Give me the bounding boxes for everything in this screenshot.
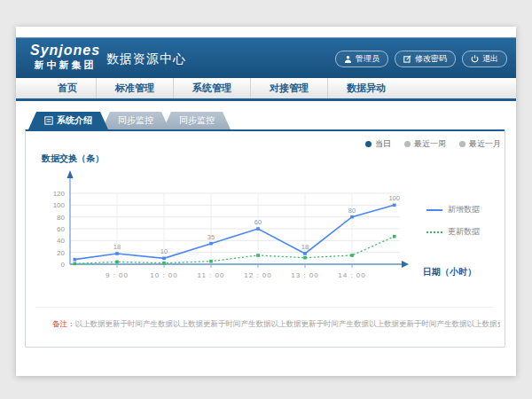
legend-line-sample: [426, 231, 442, 233]
y-axis-arrow: [67, 170, 74, 178]
data-point: [74, 262, 77, 266]
period-radio-2[interactable]: 最近一月: [459, 138, 501, 150]
data-point: [393, 235, 396, 239]
x-tick-label: 10 : 00: [150, 271, 177, 279]
radio-dot: [459, 141, 466, 147]
nav-item-0[interactable]: 首页: [39, 78, 97, 98]
data-point: [209, 260, 213, 263]
x-axis-arrow: [402, 261, 409, 268]
legend-line-sample: [426, 209, 442, 211]
brand-name: Synjones: [30, 43, 100, 59]
tab-0[interactable]: 系统介绍: [28, 112, 108, 129]
data-point: [350, 254, 354, 257]
data-point: [162, 262, 166, 265]
radio-label: 当日: [375, 138, 391, 150]
screen: Synjones 新中新集团 数据资源中心 管理员 修改密码: [0, 0, 532, 399]
tab-label: 同步监控: [179, 112, 215, 129]
data-point: [162, 257, 166, 261]
tab-1[interactable]: 同步监控: [102, 112, 169, 129]
logout-button[interactable]: 退出: [462, 51, 507, 67]
legend-label: 更新数据: [448, 226, 480, 238]
data-point: [256, 227, 260, 231]
y-tick-label: 20: [57, 249, 65, 257]
user-icon: [344, 55, 352, 63]
y-tick-label: 80: [57, 214, 65, 222]
power-icon: [471, 55, 479, 63]
data-point: [303, 256, 307, 260]
radio-dot: [365, 141, 372, 147]
period-radio-1[interactable]: 最近一周: [404, 138, 446, 150]
x-tick-label: 12 : 00: [244, 271, 271, 279]
data-point: [115, 252, 119, 255]
note-text: 以上数据更新于时间产生数据以上数据更新于时间产生数据以上数据更新于时间产生数据以…: [75, 319, 501, 328]
legend-item-0[interactable]: 新增数据: [426, 204, 480, 215]
nav-item-2[interactable]: 系统管理: [174, 78, 251, 98]
logout-label: 退出: [482, 53, 498, 65]
series-line-0: [74, 205, 394, 259]
data-point-label: 35: [207, 233, 215, 241]
tab-label: 同步监控: [118, 112, 153, 129]
radio-label: 最近一月: [469, 138, 501, 150]
note-prefix: 备注：: [52, 319, 75, 328]
user-button-label: 管理员: [356, 53, 379, 65]
x-tick-label: 13 : 00: [291, 271, 318, 279]
tab-2[interactable]: 同步监控: [163, 112, 231, 129]
data-point-label: 10: [160, 247, 168, 255]
series-legend: 新增数据更新数据: [426, 204, 480, 248]
data-point-label: 100: [388, 194, 400, 202]
document-icon: [44, 116, 53, 125]
data-point: [115, 261, 119, 264]
app-header: Synjones 新中新集团 数据资源中心 管理员 修改密码: [16, 37, 516, 78]
x-axis-title: 日期（小时）: [423, 266, 476, 278]
header-buttons: 管理员 修改密码 退出: [335, 51, 507, 67]
nav-item-1[interactable]: 标准管理: [97, 78, 174, 98]
x-tick-label: 14 : 00: [338, 271, 365, 279]
legend-item-1[interactable]: 更新数据: [426, 226, 480, 238]
data-point: [303, 252, 307, 255]
x-tick-label: 9 : 00: [106, 271, 129, 279]
y-tick-label: 100: [53, 201, 66, 209]
footer-note: 备注：以上数据更新于时间产生数据以上数据更新于时间产生数据以上数据更新于时间产生…: [52, 319, 500, 330]
y-axis-title: 数据交换（条）: [42, 153, 104, 165]
radio-dot: [404, 141, 411, 147]
change-password-label: 修改密码: [415, 53, 447, 65]
y-tick-label: 0: [61, 261, 66, 269]
tab-label: 系统介绍: [57, 112, 92, 129]
page: Synjones 新中新集团 数据资源中心 管理员 修改密码: [16, 27, 516, 376]
content-panel: 当日最近一周最近一月 数据交换（条） 0204060801001209 : 00…: [25, 129, 505, 348]
data-point: [350, 215, 354, 219]
tab-bar: 系统介绍同步监控同步监控: [28, 112, 231, 129]
period-radio-0[interactable]: 当日: [365, 138, 391, 150]
x-tick-label: 11 : 00: [198, 271, 225, 279]
brand-logo: Synjones 新中新集团: [30, 43, 100, 71]
data-point-label: 60: [254, 218, 262, 226]
y-tick-label: 120: [53, 190, 66, 198]
main-nav: 首页标准管理系统管理对接管理数据异动: [16, 78, 516, 101]
period-filter-group: 当日最近一周最近一月: [365, 138, 501, 150]
page-title: 数据资源中心: [106, 51, 186, 67]
y-tick-label: 40: [57, 237, 65, 245]
nav-item-4[interactable]: 数据异动: [328, 78, 404, 98]
legend-label: 新增数据: [448, 204, 480, 215]
change-password-button[interactable]: 修改密码: [395, 51, 456, 67]
edit-icon: [403, 55, 411, 63]
y-tick-label: 60: [57, 225, 65, 233]
data-point-label: 80: [348, 207, 356, 215]
radio-label: 最近一周: [414, 138, 446, 150]
brand-name-cn: 新中新集团: [30, 59, 100, 71]
data-point: [393, 204, 396, 207]
data-point-label: 18: [113, 243, 121, 251]
nav-item-3[interactable]: 对接管理: [251, 78, 328, 98]
data-point: [209, 242, 213, 246]
data-point: [256, 254, 260, 257]
data-point-label: 18: [301, 243, 309, 251]
note-divider: [36, 307, 494, 308]
user-button[interactable]: 管理员: [335, 51, 388, 67]
line-chart: 0204060801001209 : 0010 : 0011 : 0012 : …: [35, 167, 451, 295]
data-point: [74, 258, 77, 262]
